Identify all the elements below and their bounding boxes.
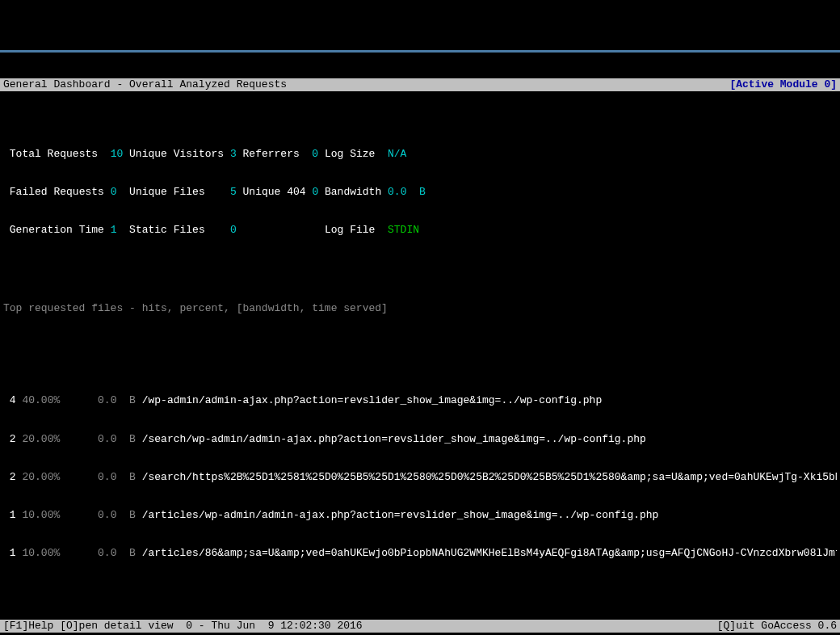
total-requests-value: 10	[111, 148, 124, 160]
header-bar: General Dashboard - Overall Analyzed Req…	[0, 78, 840, 91]
top-files-subtitle: Top requested files - hits, percent, [ba…	[0, 302, 840, 315]
bandwidth-unit: B	[419, 186, 426, 198]
top-border	[0, 50, 840, 53]
dashboard-title: General Dashboard - Overall Analyzed Req…	[3, 78, 287, 91]
summary-row-3: Generation Time 1 Static Files 0 Log Fil…	[3, 224, 837, 237]
total-requests-label: Total Requests	[10, 148, 98, 160]
log-size-value: N/A	[388, 148, 406, 160]
referrers-value: 0	[312, 148, 318, 160]
table-row: 1 10.00% 0.0 B /articles/wp-admin/admin-…	[3, 509, 837, 522]
summary-panel: Total Requests 10 Unique Visitors 3 Refe…	[0, 116, 840, 252]
footer-bar: [F1]Help [O]pen detail view 0 - Thu Jun …	[0, 620, 840, 633]
gen-time-value: 1	[111, 224, 117, 236]
top-files-rows: 4 40.00% 0.0 B /wp-admin/admin-ajax.php?…	[0, 366, 840, 576]
table-row: 1 10.00% 0.0 B /articles/86&amp;sa=U&amp…	[3, 547, 837, 560]
table-row: 2 20.00% 0.0 B /search/wp-admin/admin-aj…	[3, 433, 837, 446]
table-row: 2 20.00% 0.0 B /search/https%2B%25D1%258…	[3, 471, 837, 484]
unique-visitors-label: Unique Visitors	[129, 148, 224, 160]
unique-visitors-value: 3	[230, 148, 237, 160]
failed-requests-label: Failed Requests	[10, 186, 104, 198]
summary-row-1: Total Requests 10 Unique Visitors 3 Refe…	[3, 148, 837, 161]
bandwidth-value: 0.0	[388, 186, 406, 198]
unique-files-label: Unique Files	[129, 186, 205, 198]
log-file-value: STDIN	[388, 224, 419, 236]
footer-quit-text[interactable]: [Q]uit GoAccess 0.6	[717, 620, 837, 633]
table-row: 4 40.00% 0.0 B /wp-admin/admin-ajax.php?…	[3, 394, 837, 407]
unique-404-label: Unique 404	[243, 186, 306, 198]
referrers-label: Referrers	[243, 148, 300, 160]
failed-requests-value: 0	[111, 186, 117, 198]
bandwidth-label: Bandwidth	[325, 186, 381, 198]
static-files-value: 0	[230, 224, 237, 236]
gen-time-label: Generation Time	[10, 224, 104, 236]
summary-row-2: Failed Requests 0 Unique Files 5 Unique …	[3, 186, 837, 199]
log-file-label: Log File	[325, 224, 375, 236]
footer-help-text[interactable]: [F1]Help [O]pen detail view 0 - Thu Jun …	[3, 620, 363, 633]
unique-404-value: 0	[312, 186, 318, 198]
unique-files-value: 5	[230, 186, 237, 198]
log-size-label: Log Size	[325, 148, 375, 160]
active-module-indicator: [Active Module 0]	[729, 78, 837, 91]
static-files-label: Static Files	[129, 224, 205, 236]
